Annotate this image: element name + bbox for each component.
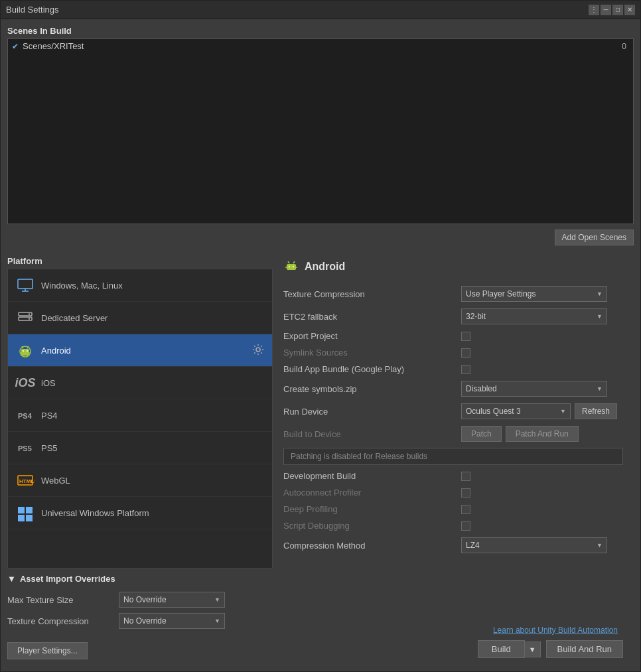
symlink-sources-label: Symlink Sources: [283, 348, 456, 358]
refresh-btn[interactable]: Refresh: [575, 403, 617, 419]
platform-item-windows[interactable]: Windows, Mac, Linux: [8, 269, 272, 302]
svg-point-26: [293, 266, 294, 267]
run-device-dropdown[interactable]: Oculus Quest 3 ▼: [461, 403, 571, 419]
svg-rect-22: [18, 515, 25, 521]
svg-rect-0: [18, 279, 33, 289]
svg-point-10: [27, 350, 28, 352]
scene-item[interactable]: ✔ Scenes/XRITest 0: [8, 39, 633, 53]
svg-line-27: [288, 261, 289, 263]
patch-btn[interactable]: Patch: [461, 426, 502, 442]
platform-item-ps5[interactable]: PS5 PS5: [8, 432, 272, 464]
platform-name-dedicated: Dedicated Server: [41, 313, 107, 323]
platform-name-android: Android: [41, 346, 71, 356]
export-project-row: Export Project: [283, 328, 623, 344]
autoconnect-profiler-row: Autoconnect Profiler: [283, 484, 623, 501]
deep-profiling-checkbox[interactable]: [461, 505, 470, 514]
close-btn[interactable]: ✕: [624, 5, 635, 15]
learn-automation-link[interactable]: Learn about Unity Build Automation: [283, 626, 623, 635]
etc2-fallback-row: ETC2 fallback 32-bit ▼: [283, 305, 623, 328]
export-project-checkbox[interactable]: [461, 332, 470, 341]
platform-item-android[interactable]: Android: [8, 334, 272, 367]
add-open-scenes-btn[interactable]: Add Open Scenes: [555, 230, 634, 245]
platform-item-ps4[interactable]: PS4 PS4: [8, 399, 272, 432]
svg-rect-21: [26, 507, 33, 513]
symlink-sources-row: Symlink Sources: [283, 344, 623, 361]
build-and-run-btn[interactable]: Build And Run: [546, 640, 623, 658]
ps5-icon: PS5: [16, 438, 35, 457]
android-icon: [16, 341, 35, 360]
max-texture-row: Max Texture Size No Override ▼: [7, 589, 273, 610]
build-buttons-row: Build ▼ Build And Run: [283, 640, 623, 665]
create-symbols-dropdown[interactable]: Disabled ▼: [461, 381, 607, 397]
menu-icon-btn[interactable]: ⋮: [589, 5, 599, 15]
minimize-btn[interactable]: ─: [601, 5, 611, 15]
player-settings-btn[interactable]: Player Settings...: [7, 642, 88, 659]
uwp-icon: [16, 504, 35, 522]
platform-name-uwp: Universal Windows Platform: [41, 508, 149, 518]
platform-item-dedicated[interactable]: Dedicated Server: [8, 302, 272, 334]
create-symbols-label: Create symbols.zip: [283, 384, 456, 394]
build-btn[interactable]: Build: [478, 640, 525, 658]
etc2-fallback-arrow: ▼: [597, 313, 603, 320]
max-texture-arrow: ▼: [214, 596, 220, 603]
texture-compression-value: Use Player Settings: [466, 289, 535, 299]
script-debugging-checkbox[interactable]: [461, 521, 470, 531]
development-build-row: Development Build: [283, 468, 623, 484]
platform-name-ps5: PS5: [41, 443, 58, 453]
texture-compression-override-label: Texture Compression: [7, 616, 113, 626]
spacer: [283, 557, 623, 620]
autoconnect-profiler-checkbox[interactable]: [461, 488, 470, 498]
collapse-icon: ▼: [7, 574, 16, 584]
asset-overrides-label: Asset Import Overrides: [20, 574, 115, 584]
build-app-bundle-row: Build App Bundle (Google Play): [283, 361, 623, 377]
svg-rect-23: [26, 515, 33, 521]
asset-overrides-header[interactable]: ▼ Asset Import Overrides: [7, 574, 273, 584]
platform-item-ios[interactable]: iOS iOS: [8, 367, 272, 399]
run-device-value: Oculus Quest 3: [466, 407, 521, 416]
titlebar: Build Settings ⋮ ─ □ ✕: [1, 1, 640, 19]
platform-list: Windows, Mac, Linux Dedicated: [7, 269, 273, 569]
max-texture-dropdown[interactable]: No Override ▼: [119, 592, 225, 608]
scenes-list: ✔ Scenes/XRITest 0: [7, 38, 634, 224]
build-dropdown-btn[interactable]: ▼: [525, 641, 541, 657]
build-to-device-label: Build to Device: [283, 429, 456, 439]
compression-method-dropdown[interactable]: LZ4 ▼: [461, 537, 607, 553]
development-build-label: Development Build: [283, 471, 456, 481]
svg-point-15: [256, 348, 260, 352]
texture-compression-dropdown[interactable]: Use Player Settings ▼: [461, 286, 607, 302]
svg-point-6: [29, 318, 30, 319]
patch-and-run-btn[interactable]: Patch And Run: [506, 426, 579, 442]
svg-text:PS4: PS4: [18, 412, 33, 420]
symlink-sources-checkbox[interactable]: [461, 348, 470, 358]
platform-name-ps4: PS4: [41, 411, 58, 421]
server-icon: [16, 308, 35, 327]
platform-label: Platform: [7, 253, 273, 269]
max-texture-label: Max Texture Size: [7, 595, 113, 605]
monitor-icon: [16, 276, 35, 295]
etc2-fallback-value: 32-bit: [466, 312, 486, 321]
platform-item-webgl[interactable]: HTML5 WebGL: [8, 464, 272, 497]
run-device-arrow: ▼: [560, 408, 566, 415]
script-debugging-row: Script Debugging: [283, 517, 623, 534]
etc2-fallback-dropdown[interactable]: 32-bit ▼: [461, 308, 607, 324]
scenes-label: Scenes In Build: [7, 26, 634, 36]
learn-automation-row: Learn about Unity Build Automation: [283, 620, 623, 640]
patch-controls: Patch Patch And Run: [461, 426, 579, 442]
player-settings-row: Player Settings...: [7, 637, 273, 665]
deep-profiling-label: Deep Profiling: [283, 504, 456, 514]
create-symbols-arrow: ▼: [597, 385, 603, 392]
build-to-device-row: Build to Device Patch Patch And Run: [283, 423, 623, 445]
platform-item-uwp[interactable]: Universal Windows Platform: [8, 497, 272, 529]
add-open-scenes-row: Add Open Scenes: [7, 227, 634, 248]
deep-profiling-row: Deep Profiling: [283, 501, 623, 517]
development-build-checkbox[interactable]: [461, 472, 470, 481]
create-symbols-value: Disabled: [466, 384, 497, 393]
scene-index: 0: [622, 42, 629, 51]
max-texture-value: No Override: [123, 595, 167, 604]
scene-name: Scenes/XRITest: [23, 41, 618, 51]
export-project-label: Export Project: [283, 331, 456, 341]
texture-compression-override-arrow: ▼: [214, 618, 220, 624]
maximize-btn[interactable]: □: [612, 5, 623, 15]
build-app-bundle-checkbox[interactable]: [461, 365, 470, 374]
texture-compression-override-dropdown[interactable]: No Override ▼: [119, 613, 225, 629]
